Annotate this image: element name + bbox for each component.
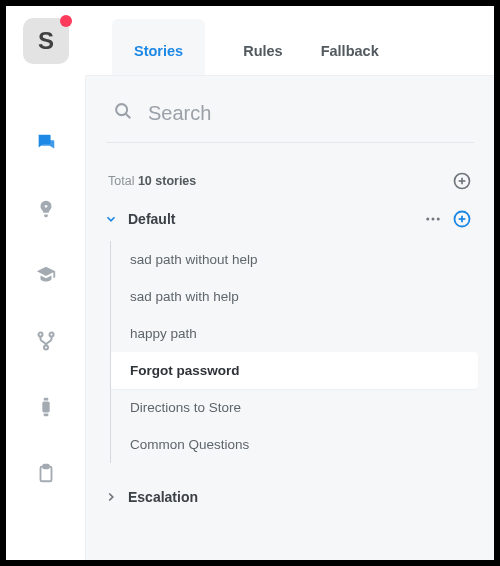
search-row bbox=[86, 94, 494, 142]
tab-stories[interactable]: Stories bbox=[112, 19, 205, 75]
group-label: Escalation bbox=[128, 489, 472, 505]
story-item[interactable]: Forgot password bbox=[110, 352, 478, 389]
nav-clipboard-icon[interactable] bbox=[35, 462, 57, 484]
story-item[interactable]: sad path without help bbox=[110, 241, 478, 278]
svg-point-0 bbox=[44, 205, 47, 208]
group-header-escalation[interactable]: Escalation bbox=[86, 477, 494, 517]
svg-point-16 bbox=[437, 218, 440, 221]
svg-rect-6 bbox=[43, 413, 48, 416]
workspace-logo-letter: S bbox=[38, 27, 54, 55]
svg-line-10 bbox=[126, 114, 131, 119]
story-item[interactable]: sad path with help bbox=[110, 278, 478, 315]
svg-point-1 bbox=[38, 333, 42, 337]
chevron-right-icon bbox=[104, 490, 118, 504]
tab-fallback[interactable]: Fallback bbox=[321, 19, 379, 75]
total-label: Total 10 stories bbox=[108, 174, 196, 188]
tab-rules[interactable]: Rules bbox=[243, 19, 283, 75]
search-icon bbox=[112, 100, 134, 126]
search-input[interactable] bbox=[148, 102, 468, 125]
workspace-logo[interactable]: S bbox=[23, 18, 69, 64]
tabs: Stories Rules Fallback bbox=[86, 6, 494, 76]
logo-box: S bbox=[6, 6, 86, 76]
story-item[interactable]: happy path bbox=[110, 315, 478, 352]
total-row: Total 10 stories bbox=[86, 143, 494, 197]
svg-point-15 bbox=[432, 218, 435, 221]
nav-nlu-icon[interactable] bbox=[35, 198, 57, 220]
add-group-button[interactable] bbox=[452, 171, 472, 191]
group-header-default[interactable]: Default New Story bbox=[86, 197, 494, 241]
story-list: Default New Story sad path without help … bbox=[86, 197, 494, 560]
nav-watch-icon[interactable] bbox=[35, 396, 57, 418]
total-count: 10 stories bbox=[138, 174, 196, 188]
svg-rect-8 bbox=[43, 465, 49, 469]
app-frame: S Stories Rules Fallback bbox=[6, 6, 494, 560]
add-story-button[interactable] bbox=[452, 209, 472, 229]
top-row: S Stories Rules Fallback bbox=[6, 6, 494, 76]
nav-conversations-icon[interactable] bbox=[35, 132, 57, 154]
story-item[interactable]: Common Questions bbox=[110, 426, 478, 463]
svg-point-9 bbox=[116, 104, 127, 115]
main-panel: Total 10 stories Default bbox=[86, 76, 494, 560]
sidebar bbox=[6, 76, 86, 560]
svg-point-2 bbox=[49, 333, 53, 337]
group-label: Default bbox=[128, 211, 424, 227]
notification-dot-icon bbox=[60, 15, 72, 27]
group-default-items: sad path without help sad path with help… bbox=[110, 241, 494, 463]
story-item[interactable]: Directions to Store bbox=[110, 389, 478, 426]
svg-rect-5 bbox=[43, 398, 48, 401]
nav-branch-icon[interactable] bbox=[35, 330, 57, 352]
chevron-down-icon bbox=[104, 212, 118, 226]
nav-training-icon[interactable] bbox=[35, 264, 57, 286]
svg-point-14 bbox=[426, 218, 429, 221]
svg-rect-4 bbox=[42, 402, 49, 413]
group-more-button[interactable] bbox=[424, 210, 442, 228]
body-row: Total 10 stories Default bbox=[6, 76, 494, 560]
svg-point-3 bbox=[43, 345, 47, 349]
total-prefix: Total bbox=[108, 174, 138, 188]
